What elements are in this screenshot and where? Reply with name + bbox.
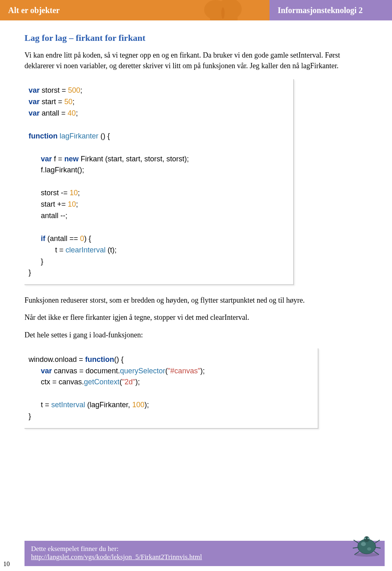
code-fn: setInterval — [51, 401, 85, 409]
code-op: ); — [135, 378, 140, 386]
code-line: } — [29, 412, 31, 420]
butterfly-graphic — [200, 0, 245, 20]
code-line: antall --; — [29, 212, 67, 220]
code-kw: function — [29, 132, 58, 140]
svg-line-14 — [353, 547, 359, 548]
footer-box: Dette eksempelet finner du her: http://l… — [24, 541, 385, 566]
code-id: window.onload = — [29, 355, 85, 364]
code-fn: querySelector — [120, 367, 165, 375]
header-right-text: Informasjonsteknologi 2 — [278, 6, 363, 15]
code-op: ; — [76, 200, 78, 208]
code-kw: if — [41, 234, 45, 243]
paragraph-3: Når det ikke er flere firkanter igjen å … — [24, 312, 368, 323]
code-block-1: var storst = 500; var start = 50; var an… — [24, 79, 294, 285]
footer-text: Dette eksempelet finner du her: — [31, 545, 378, 553]
code-op: ) { — [84, 234, 91, 243]
code-id: start — [40, 98, 58, 106]
svg-line-17 — [375, 547, 381, 548]
paragraph-1: Vi kan endre litt på koden, så vi tegner… — [24, 50, 368, 71]
code-id: t = — [29, 401, 51, 409]
paragraph-2: Funksjonen reduserer storst, som er bred… — [24, 295, 368, 306]
code-id: ctx = canvas. — [29, 378, 84, 386]
code-num: 10 — [70, 189, 78, 197]
code-num: 10 — [68, 200, 76, 208]
code-id: f = — [52, 155, 65, 163]
bug-icon — [351, 534, 382, 557]
code-id: antall — [40, 109, 61, 117]
code-num: 100 — [132, 401, 145, 409]
code-op: = — [61, 109, 68, 117]
code-fn: getContext — [84, 378, 120, 386]
code-id: canvas = document. — [52, 367, 120, 375]
code-op: ; — [73, 98, 75, 106]
page-number: 10 — [3, 560, 10, 568]
code-kw: var — [29, 86, 40, 94]
code-line: } — [29, 257, 43, 265]
code-str: "#canvas" — [168, 367, 200, 375]
code-id: storst — [40, 86, 62, 94]
section-title: Lag for lag – firkant for firkant — [24, 33, 368, 43]
code-num: 500 — [68, 86, 80, 94]
code-id: t = — [29, 246, 66, 254]
code-kw: new — [65, 155, 79, 163]
code-op: ; — [78, 189, 80, 197]
code-op: = — [62, 86, 68, 94]
code-id: (t); — [106, 246, 117, 254]
code-fn: clearInterval — [66, 246, 106, 254]
code-fn: lagFirkanter — [58, 132, 100, 140]
svg-point-8 — [361, 542, 366, 546]
content-area: Lag for lag – firkant for firkant Vi kan… — [0, 20, 392, 429]
code-str: "2d" — [122, 378, 136, 386]
code-op: () { — [114, 355, 124, 364]
code-kw: function — [85, 355, 114, 364]
header-left: Alt er objekter — [0, 0, 270, 20]
header-bar: Alt er objekter Informasjonsteknologi 2 — [0, 0, 392, 20]
code-line: f.lagFirkant(); — [29, 166, 84, 174]
svg-point-10 — [364, 536, 370, 542]
code-id: start += — [29, 200, 68, 208]
header-left-text: Alt er objekter — [8, 6, 60, 15]
code-num: 0 — [80, 234, 84, 243]
code-kw: var — [41, 155, 52, 163]
code-id: (lagFirkanter, — [85, 401, 132, 409]
svg-point-11 — [364, 538, 366, 539]
code-op: = — [58, 98, 65, 106]
svg-line-13 — [354, 540, 359, 543]
code-id: storst -= — [29, 189, 70, 197]
code-block-2: window.onload = function() { var canvas … — [24, 348, 318, 429]
code-op: ; — [80, 86, 82, 94]
header-right: Informasjonsteknologi 2 — [270, 0, 392, 20]
code-kw: var — [41, 367, 52, 375]
svg-point-4 — [221, 7, 225, 19]
code-kw: var — [29, 98, 40, 106]
footer-link[interactable]: http://langslet.com/vgs/kode/leksjon_5/F… — [31, 553, 202, 561]
code-op: ; — [76, 109, 78, 117]
code-id: (antall == — [45, 234, 80, 243]
svg-point-12 — [368, 538, 369, 539]
code-line: } — [29, 268, 31, 277]
paragraph-4: Det hele settes i gang i load-funksjonen… — [24, 330, 368, 340]
svg-point-9 — [367, 547, 371, 551]
code-num: 40 — [68, 109, 76, 117]
code-kw: var — [29, 109, 40, 117]
code-op: () { — [100, 132, 110, 140]
code-id: Firkant (start, start, storst, storst); — [79, 155, 189, 163]
svg-line-16 — [375, 540, 380, 543]
code-op: ); — [200, 367, 205, 375]
code-num: 50 — [65, 98, 73, 106]
code-op: ); — [145, 401, 149, 409]
